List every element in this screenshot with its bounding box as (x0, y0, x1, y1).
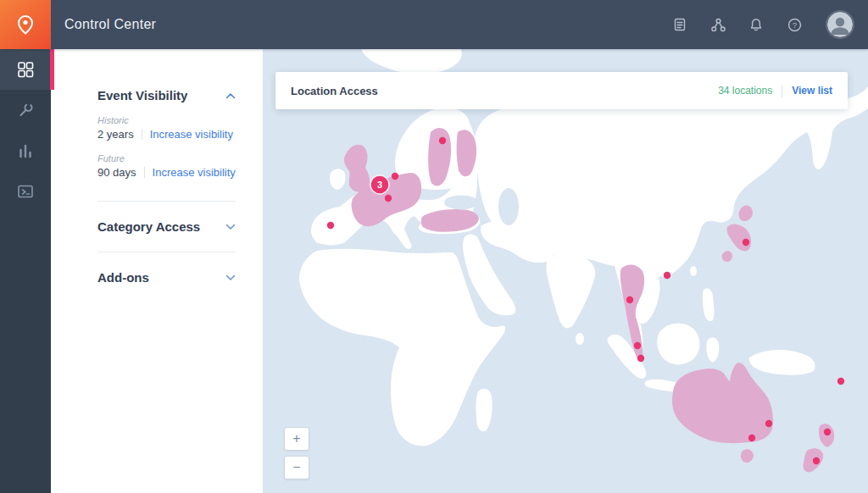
section-event-visibility: Event Visibility Historic 2 years Increa… (97, 88, 236, 202)
zoom-controls: + − (284, 427, 309, 479)
section-title: Add-ons (97, 270, 149, 285)
zoom-out-button[interactable]: − (284, 456, 309, 479)
report-icon[interactable] (671, 16, 688, 33)
location-dot[interactable] (743, 239, 749, 246)
control-center-app: Control Center (0, 0, 868, 493)
settings-panel: Event Visibility Historic 2 years Increa… (51, 49, 263, 493)
main-content: Event Visibility Historic 2 years Increa… (51, 49, 868, 493)
location-dot[interactable] (392, 173, 398, 180)
chevron-down-icon (225, 224, 236, 230)
location-pin-icon (11, 10, 40, 39)
location-dot[interactable] (824, 429, 831, 435)
section-addons: Add-ons (97, 252, 236, 302)
vertical-divider (142, 129, 142, 140)
increase-historic-visibility-link[interactable]: Increase visibility (150, 128, 233, 141)
future-value: 90 days (97, 166, 136, 179)
location-dot[interactable] (327, 222, 334, 229)
notifications-icon[interactable] (748, 16, 765, 33)
svg-text:?: ? (792, 19, 796, 29)
network-icon[interactable] (709, 16, 726, 33)
future-label: Future (97, 153, 236, 163)
historic-row: 2 years Increase visibility (97, 128, 236, 141)
page-title: Control Center (64, 17, 156, 32)
monitor-icon (16, 182, 35, 201)
location-dot[interactable] (637, 355, 644, 362)
view-list-link[interactable]: View list (792, 85, 832, 97)
event-visibility-header[interactable]: Event Visibility (97, 88, 236, 102)
card-title: Location Access (291, 85, 378, 97)
bar-chart-icon (16, 141, 35, 160)
location-dot[interactable] (634, 342, 641, 349)
location-dot[interactable] (385, 195, 392, 202)
cluster-badge-layer: 3 (370, 175, 389, 194)
map-area: 3 Location Access 34 locations View list… (263, 49, 868, 493)
increase-future-visibility-link[interactable]: Increase visibility (153, 166, 236, 179)
sidebar (0, 49, 51, 493)
location-dot[interactable] (439, 137, 446, 144)
location-dot[interactable] (813, 457, 820, 464)
card-actions: 34 locations View list (718, 85, 832, 97)
historic-label: Historic (97, 115, 236, 125)
historic-value: 2 years (97, 128, 134, 141)
topbar: Control Center (0, 0, 868, 49)
locations-count: 34 locations (718, 85, 772, 97)
location-dot[interactable] (748, 435, 755, 441)
sidebar-item-dashboard[interactable] (0, 49, 51, 90)
vertical-divider (144, 167, 145, 178)
wrench-icon (16, 101, 35, 119)
dashboard-grid-icon (16, 60, 35, 79)
chevron-up-icon (225, 92, 236, 99)
location-dot[interactable] (837, 378, 844, 385)
chevron-down-icon (225, 274, 236, 281)
section-category-access: Category Access (97, 202, 236, 252)
vertical-divider (782, 85, 782, 97)
location-dot[interactable] (626, 296, 633, 303)
sidebar-item-tools[interactable] (0, 90, 51, 130)
location-dot[interactable] (664, 272, 670, 279)
future-row: 90 days Increase visibility (97, 166, 236, 179)
addons-header[interactable]: Add-ons (97, 270, 236, 285)
sidebar-item-analytics[interactable] (0, 130, 51, 171)
location-access-card: Location Access 34 locations View list (275, 72, 848, 109)
world-map[interactable]: 3 (263, 49, 868, 493)
user-avatar[interactable] (827, 12, 853, 37)
location-dot[interactable] (765, 420, 772, 427)
cluster-count: 3 (377, 180, 382, 190)
section-title: Event Visibility (97, 88, 187, 102)
section-title: Category Access (97, 219, 200, 234)
zoom-in-button[interactable]: + (284, 427, 309, 451)
sidebar-item-events[interactable] (0, 171, 51, 212)
app-logo[interactable] (0, 0, 51, 49)
topbar-actions: ? (671, 12, 868, 37)
category-access-header[interactable]: Category Access (97, 219, 236, 234)
help-icon[interactable]: ? (786, 16, 803, 33)
